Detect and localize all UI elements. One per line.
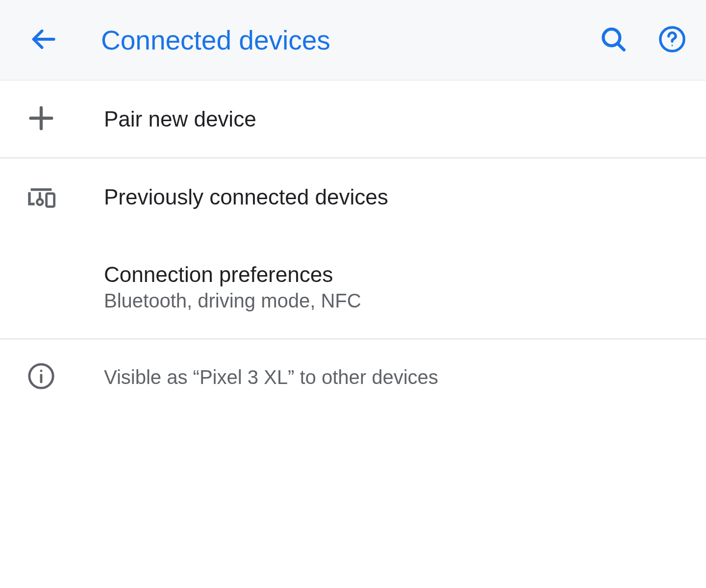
search-button[interactable] — [599, 25, 628, 55]
svg-line-2 — [617, 43, 624, 50]
connection-preferences-item[interactable]: Connection preferences Bluetooth, drivin… — [0, 235, 706, 338]
back-arrow-icon — [29, 25, 57, 55]
plus-icon — [25, 102, 57, 136]
svg-point-12 — [40, 370, 43, 372]
prefs-subtitle: Bluetooth, driving mode, NFC — [104, 290, 361, 312]
devices-icon — [25, 180, 57, 214]
svg-point-8 — [37, 199, 43, 205]
search-icon — [599, 25, 628, 55]
visibility-text: Visible as “Pixel 3 XL” to other devices — [104, 366, 438, 388]
settings-list: Pair new device Previously connected dev… — [0, 80, 706, 415]
help-icon — [658, 25, 686, 55]
svg-point-4 — [672, 45, 673, 46]
header-actions — [599, 25, 686, 55]
visibility-info: Visible as “Pixel 3 XL” to other devices — [0, 339, 706, 415]
previous-title: Previously connected devices — [104, 185, 388, 209]
prefs-title: Connection preferences — [104, 262, 361, 287]
svg-rect-7 — [47, 193, 54, 206]
pair-new-device-item[interactable]: Pair new device — [0, 80, 706, 157]
pair-title: Pair new device — [104, 107, 256, 131]
header-bar: Connected devices — [0, 0, 706, 80]
page-title: Connected devices — [101, 25, 599, 56]
previously-connected-item[interactable]: Previously connected devices — [0, 158, 706, 235]
info-icon — [27, 362, 55, 392]
help-button[interactable] — [658, 25, 686, 55]
back-button[interactable] — [24, 21, 63, 60]
